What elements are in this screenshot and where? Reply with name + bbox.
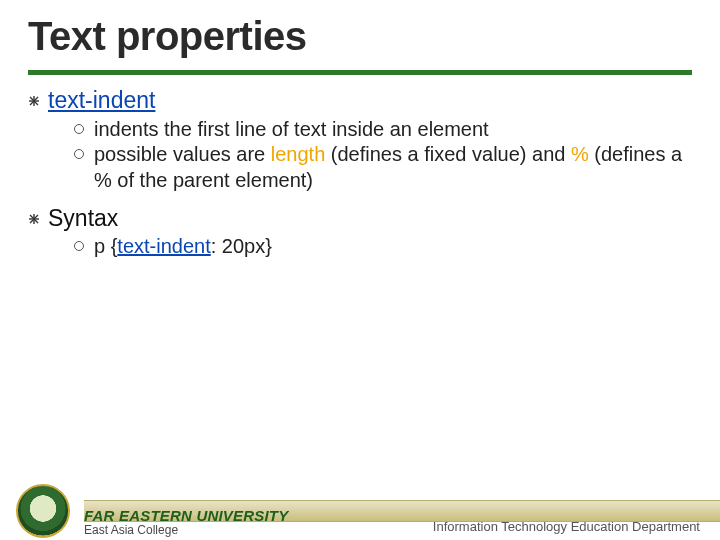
circle-bullet-icon (74, 124, 84, 134)
page-title: Text properties (28, 14, 307, 59)
highlight-text: length (271, 143, 326, 165)
circle-bullet-icon (74, 149, 84, 159)
university-seal-icon (16, 484, 70, 538)
sub-item: possible values are length (defines a fi… (74, 142, 692, 193)
sub-item: p {text-indent: 20px} (74, 234, 692, 260)
list-item: text-indent indents the first line of te… (28, 86, 692, 194)
highlight-text: % (571, 143, 589, 165)
body-text: (defines a fixed value) and (325, 143, 571, 165)
sub-item: indents the first line of text inside an… (74, 117, 692, 143)
body-text: indents the first line of text inside an… (94, 118, 489, 140)
college-name: East Asia College (84, 523, 288, 537)
footer-names: FAR EASTERN UNIVERSITY East Asia College (84, 482, 288, 540)
item-heading: text-indent (48, 86, 692, 115)
sub-list: p {text-indent: 20px} (74, 234, 692, 260)
university-name: FAR EASTERN UNIVERSITY (84, 507, 288, 524)
item-heading: Syntax (48, 204, 692, 233)
title-divider (28, 70, 692, 75)
slide: Text properties text-indent indents the … (0, 0, 720, 540)
body-text: p { (94, 235, 117, 257)
body-text: possible values are (94, 143, 271, 165)
department-name: Information Technology Education Departm… (433, 519, 700, 534)
body-text: : 20px} (211, 235, 272, 257)
code-keyword: text-indent (117, 235, 210, 257)
sub-list: indents the first line of text inside an… (74, 117, 692, 194)
footer: FAR EASTERN UNIVERSITY East Asia College… (0, 482, 720, 540)
asterisk-bullet-icon (28, 95, 40, 107)
circle-bullet-icon (74, 241, 84, 251)
list-item: Syntax p {text-indent: 20px} (28, 204, 692, 260)
content-area: text-indent indents the first line of te… (28, 86, 692, 270)
asterisk-bullet-icon (28, 213, 40, 225)
